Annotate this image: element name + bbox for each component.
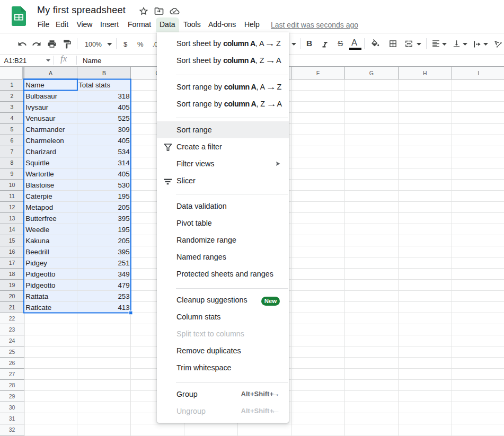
svg-text:Kakuna: Kakuna <box>25 237 50 245</box>
svg-text:12: 12 <box>9 204 15 210</box>
svg-text:349: 349 <box>118 270 129 278</box>
svg-text:405: 405 <box>118 103 129 111</box>
svg-text:28: 28 <box>9 382 15 388</box>
svg-text:314: 314 <box>118 159 129 167</box>
svg-text:H: H <box>423 70 427 76</box>
svg-text:4: 4 <box>11 115 14 121</box>
svg-text:F: F <box>316 70 320 76</box>
svg-text:Caterpie: Caterpie <box>25 192 52 200</box>
svg-text:11: 11 <box>9 193 15 199</box>
svg-text:25: 25 <box>9 349 15 355</box>
svg-text:14: 14 <box>9 226 15 233</box>
svg-text:251: 251 <box>118 259 129 267</box>
svg-text:Weedle: Weedle <box>25 226 49 234</box>
svg-text:27: 27 <box>9 371 15 377</box>
svg-text:26: 26 <box>9 360 15 366</box>
svg-text:B: B <box>102 70 106 76</box>
svg-text:395: 395 <box>118 215 129 223</box>
svg-text:395: 395 <box>118 248 129 256</box>
svg-text:24: 24 <box>9 337 15 344</box>
svg-text:22: 22 <box>9 315 15 322</box>
svg-text:195: 195 <box>118 192 129 200</box>
svg-text:205: 205 <box>118 237 129 245</box>
svg-text:10: 10 <box>9 182 15 188</box>
svg-text:205: 205 <box>118 203 129 211</box>
svg-text:Beedrill: Beedrill <box>25 248 49 256</box>
svg-text:Total stats: Total stats <box>78 81 110 89</box>
svg-text:I: I <box>478 70 479 76</box>
svg-text:Metapod: Metapod <box>25 203 53 211</box>
svg-text:Rattata: Rattata <box>25 292 48 300</box>
svg-text:Ivysaur: Ivysaur <box>25 103 48 111</box>
svg-text:A: A <box>49 70 52 76</box>
svg-text:5: 5 <box>11 126 14 132</box>
svg-text:30: 30 <box>9 404 15 411</box>
svg-text:20: 20 <box>9 293 15 299</box>
svg-text:6: 6 <box>11 137 14 144</box>
svg-text:Bulbasaur: Bulbasaur <box>25 92 57 100</box>
svg-text:Charizard: Charizard <box>25 148 56 156</box>
svg-text:2: 2 <box>11 93 14 99</box>
svg-text:15: 15 <box>9 237 15 244</box>
svg-text:Raticate: Raticate <box>25 304 51 312</box>
svg-text:318: 318 <box>118 92 129 100</box>
svg-text:Name: Name <box>25 81 44 89</box>
svg-text:Wartortle: Wartortle <box>25 170 54 178</box>
svg-text:253: 253 <box>118 292 129 300</box>
svg-text:7: 7 <box>11 148 14 155</box>
svg-text:1: 1 <box>11 82 14 88</box>
svg-text:16: 16 <box>9 248 15 255</box>
svg-text:8: 8 <box>11 159 14 166</box>
svg-text:405: 405 <box>118 170 129 178</box>
svg-text:Charmeleon: Charmeleon <box>25 137 64 145</box>
svg-text:9: 9 <box>11 171 14 177</box>
svg-text:Squirtle: Squirtle <box>25 159 49 167</box>
svg-text:19: 19 <box>9 282 15 288</box>
svg-text:G: G <box>369 70 374 76</box>
svg-text:Pidgey: Pidgey <box>25 259 47 267</box>
svg-text:Pidgeotto: Pidgeotto <box>25 281 55 289</box>
svg-text:Pidgeotto: Pidgeotto <box>25 270 55 278</box>
svg-text:309: 309 <box>118 126 129 134</box>
svg-text:405: 405 <box>118 137 129 145</box>
svg-text:29: 29 <box>9 393 15 399</box>
svg-text:534: 534 <box>118 148 129 156</box>
svg-text:Butterfree: Butterfree <box>25 215 56 223</box>
svg-text:3: 3 <box>11 104 14 110</box>
svg-text:195: 195 <box>118 226 129 234</box>
svg-text:479: 479 <box>118 281 129 289</box>
svg-text:23: 23 <box>9 326 15 333</box>
svg-text:Venusaur: Venusaur <box>25 114 56 122</box>
svg-text:Blastoise: Blastoise <box>25 181 54 189</box>
svg-text:32: 32 <box>9 426 15 433</box>
svg-text:21: 21 <box>9 304 15 310</box>
svg-text:17: 17 <box>9 260 15 266</box>
svg-text:31: 31 <box>9 415 15 422</box>
svg-text:525: 525 <box>118 114 129 122</box>
svg-text:530: 530 <box>118 181 129 189</box>
svg-text:18: 18 <box>9 271 15 277</box>
svg-text:Charmander: Charmander <box>25 126 65 134</box>
svg-text:413: 413 <box>118 304 129 312</box>
svg-text:13: 13 <box>9 215 15 221</box>
